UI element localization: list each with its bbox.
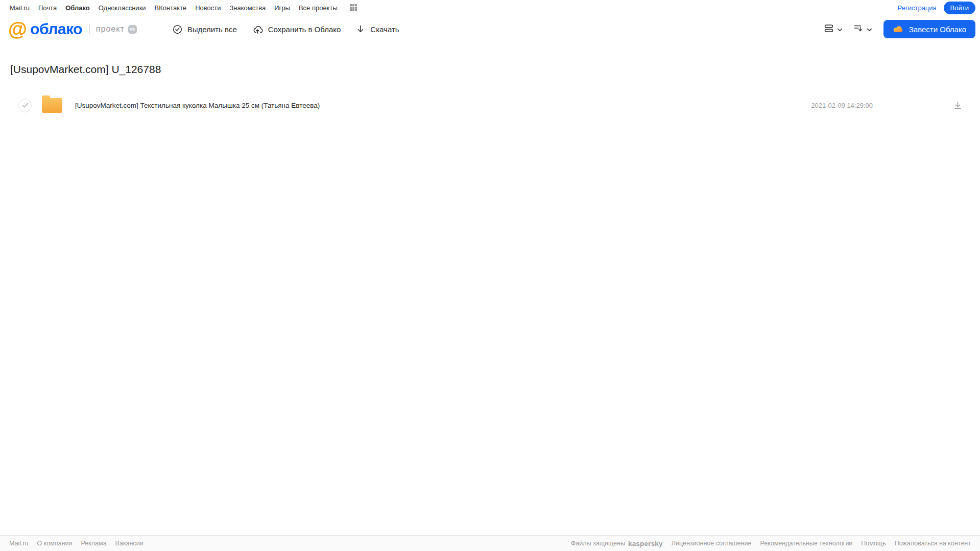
footer-license-link[interactable]: Лицензионное соглашение [672,540,752,547]
logo-divider [89,24,90,34]
select-all-label: Выделить все [187,25,237,34]
kaspersky-protection: Файлы защищены kaspersky [571,540,663,547]
portal-links: Mail.ru Почта Облако Одноклассники ВКонт… [10,4,357,12]
row-checkbox[interactable] [18,99,32,112]
nav-pochta[interactable]: Почта [38,4,57,12]
footer-help-link[interactable]: Помощь [861,540,886,547]
download-icon [356,25,365,34]
footer-report-link[interactable]: Пожаловаться на контент [895,540,971,547]
header-right-controls: Завести Облако [824,20,975,38]
footer-about-link[interactable]: О компании [37,540,73,547]
apps-grid-icon[interactable] [349,4,357,12]
footer-mailru-link[interactable]: Mail.ru [9,540,29,547]
row-download-icon[interactable] [953,101,962,110]
save-to-cloud-label: Сохранить в Облако [268,25,341,34]
check-circle-icon [173,25,182,34]
nav-novosti[interactable]: Новости [195,4,221,12]
file-row[interactable]: [UsupovMarket.com] Текстильная куколка М… [10,98,980,113]
main-content: [UsupovMarket.com] U_126788 [UsupovMarke… [0,43,980,113]
save-to-cloud-button[interactable]: Сохранить в Облако [252,25,341,34]
list-view-icon [824,24,833,35]
footer-right-links: Файлы защищены kaspersky Лицензионное со… [571,540,971,547]
cloud-upload-icon [252,25,263,34]
view-mode-control[interactable] [824,24,843,35]
footer-left-links: Mail.ru О компании Реклама Вакансии [9,540,144,547]
chevron-down-icon [837,25,843,34]
header-bar: @ облако проект vk Выделить все Сохранит… [0,15,980,43]
download-button[interactable]: Скачать [356,25,399,34]
footer-jobs-link[interactable]: Вакансии [115,540,144,547]
nav-mailru[interactable]: Mail.ru [10,4,30,12]
nav-vse-proekty[interactable]: Все проекты [299,4,338,12]
nav-znakomstva[interactable]: Знакомства [229,4,266,12]
mailru-at-icon: @ [8,20,27,38]
download-label: Скачать [370,25,399,34]
cloud-logo[interactable]: @ облако проект vk [8,20,137,38]
footer: Mail.ru О компании Реклама Вакансии Файл… [0,535,980,551]
project-label: проект [96,25,125,34]
get-cloud-label: Завести Облако [909,25,966,34]
folder-icon[interactable] [42,98,62,113]
protected-label: Файлы защищены [571,540,625,547]
page-title: [UsupovMarket.com] U_126788 [10,63,980,76]
sort-icon [854,24,863,34]
nav-vkontakte[interactable]: ВКонтакте [155,4,187,12]
file-name-link[interactable]: [UsupovMarket.com] Текстильная куколка М… [75,102,320,109]
cloud-icon [893,25,904,34]
sort-control[interactable] [854,24,872,34]
file-toolbar: Выделить все Сохранить в Облако Скачать [173,25,399,34]
footer-ads-link[interactable]: Реклама [81,540,106,547]
file-modified-date: 2021-02-09 14:29:00 [811,102,873,109]
select-all-button[interactable]: Выделить все [173,25,237,34]
login-button[interactable]: Войти [944,2,975,14]
auth-area: Регистрация Войти [898,2,975,14]
kaspersky-logo[interactable]: kaspersky [628,540,663,547]
vk-badge-icon: vk [128,25,137,34]
chevron-down-icon [867,25,872,34]
nav-odnoklassniki[interactable]: Одноклассники [99,4,146,12]
get-cloud-button[interactable]: Завести Облако [883,20,975,38]
top-nav-bar: Mail.ru Почта Облако Одноклассники ВКонт… [0,0,980,15]
nav-igry[interactable]: Игры [274,4,290,12]
footer-recsys-link[interactable]: Рекомендательные технологии [760,540,852,547]
nav-oblako[interactable]: Облако [65,4,90,12]
registration-link[interactable]: Регистрация [898,4,937,12]
logo-wordmark: облако [30,20,82,38]
